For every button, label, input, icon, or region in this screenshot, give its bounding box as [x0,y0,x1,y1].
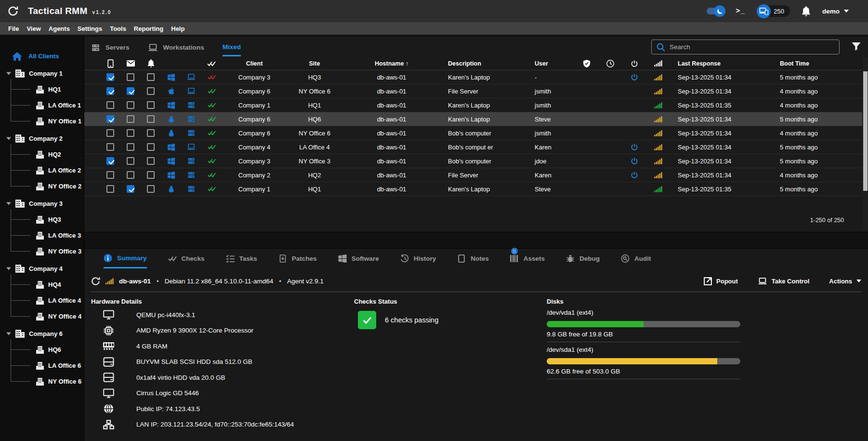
detail-tab-checks[interactable]: Checks [168,249,205,268]
actions-dropdown[interactable]: Actions [829,278,861,285]
agent-count-button[interactable]: 250 [757,4,790,18]
refresh-icon[interactable] [91,277,100,286]
sidebar-site[interactable]: NY Office 2 [0,178,84,194]
detail-tab-notes[interactable]: Notes [457,249,489,268]
notifications-bell-icon[interactable] [802,6,811,16]
scrollbar-thumb[interactable] [863,71,868,191]
row-checkbox[interactable] [127,101,134,109]
row-checkbox[interactable] [106,115,114,123]
power-action-icon[interactable] [631,171,638,179]
tab-mixed[interactable]: Mixed [223,39,241,56]
sidebar-site[interactable]: NY Office 1 [0,113,84,129]
sidebar-site[interactable]: LA Office 3 [0,227,84,243]
agent-row[interactable]: Company 3NY Office 3db-aws-01Bob's compu… [84,154,862,168]
sidebar-site[interactable]: LA Office 2 [0,162,84,178]
row-checkbox[interactable] [147,157,155,165]
row-checkbox[interactable] [147,87,155,95]
row-checkbox[interactable] [127,73,134,81]
sidebar-client[interactable]: Company 3 [0,196,84,212]
caret-down-icon[interactable] [6,267,11,270]
sidebar-site[interactable]: HQ3 [0,212,84,227]
sidebar-client[interactable]: Company 1 [0,66,84,81]
take-control-button[interactable]: Take Control [758,278,810,285]
agent-row[interactable]: Company 1HQ1db-aws-01Karen's Laptopjsmit… [84,98,862,112]
row-checkbox[interactable] [106,129,114,137]
row-checkbox[interactable] [147,185,155,193]
row-checkbox[interactable] [127,157,134,165]
col-hostname[interactable]: Hostname ↑ [342,57,441,70]
row-checkbox[interactable] [106,157,114,165]
agent-row[interactable]: Company 2HQ2db-aws-01File ServerKarenSep… [84,168,862,182]
refresh-icon[interactable] [8,6,18,16]
row-checkbox[interactable] [127,115,134,123]
col-last-response[interactable]: Last Response [670,57,778,70]
menu-agents[interactable]: Agents [45,22,74,35]
caret-down-icon[interactable] [6,332,11,335]
row-checkbox[interactable] [147,129,155,137]
filter-icon[interactable] [852,42,861,51]
row-checkbox[interactable] [106,143,114,151]
power-action-icon[interactable] [631,157,638,165]
sidebar-site[interactable]: NY Office 6 [0,374,84,389]
row-checkbox[interactable] [147,101,155,109]
row-checkbox[interactable] [106,101,114,109]
sidebar-all-clients[interactable]: All Clients [0,48,84,64]
sidebar-site[interactable]: HQ1 [0,81,84,97]
detail-tab-software[interactable]: Software [338,249,379,268]
detail-tab-assets[interactable]: Assets [510,249,545,268]
caret-down-icon[interactable] [6,202,11,205]
row-checkbox[interactable] [127,129,134,137]
col-boot-time[interactable]: Boot Time [778,57,862,70]
power-action-icon[interactable] [631,73,638,81]
row-checkbox[interactable] [147,73,155,81]
menu-tools[interactable]: Tools [106,22,130,35]
menu-view[interactable]: View [23,22,44,35]
row-checkbox[interactable] [147,143,155,151]
agent-row[interactable]: Company 6NY Office 6db-aws-01Bob's compu… [84,126,862,140]
sidebar-site[interactable]: HQ2 [0,147,84,162]
sidebar-site[interactable]: LA Office 4 [0,293,84,308]
col-description[interactable]: Description [441,57,532,70]
detail-tab-debug[interactable]: Debug [566,249,600,268]
detail-tab-history[interactable]: History [400,249,436,268]
col-client[interactable]: Client [222,57,287,70]
menu-reporting[interactable]: Reporting [130,22,167,35]
sidebar-site[interactable]: LA Office 1 [0,97,84,113]
sidebar-site[interactable]: HQ6 [0,342,84,358]
agent-row[interactable]: Company 6HQ6db-aws-01Karen's LaptopSteve… [84,112,862,126]
detail-tab-summary[interactable]: Summary [104,249,147,268]
sidebar-site[interactable]: HQ4 [0,277,84,293]
caret-down-icon[interactable] [6,137,11,140]
tab-workstations[interactable]: Workstations [148,39,204,56]
agent-row[interactable]: Company 1HQ1db-aws-01Karen's LaptopSteve… [84,182,862,196]
popout-button[interactable]: Popout [704,277,738,285]
agent-row[interactable]: Company 4LA Office 4db-aws-01Bob's compu… [84,140,862,154]
agent-row[interactable]: Company 6NY Office 6db-aws-01File Server… [84,84,862,98]
col-user[interactable]: User [532,57,576,70]
dark-mode-toggle[interactable] [707,8,724,14]
row-checkbox[interactable] [127,143,134,151]
sidebar-site[interactable]: NY Office 4 [0,308,84,324]
sidebar-site[interactable]: LA Office 6 [0,358,84,374]
terminal-icon[interactable]: >_ [736,7,745,15]
search-input[interactable] [670,43,834,51]
power-action-icon[interactable] [631,143,638,151]
row-checkbox[interactable] [147,115,155,123]
row-checkbox[interactable] [127,87,134,95]
row-checkbox[interactable] [127,171,134,179]
col-site[interactable]: Site [287,57,342,70]
row-checkbox[interactable] [106,87,114,95]
caret-down-icon[interactable] [6,72,11,75]
user-menu[interactable]: demo [822,8,849,15]
sidebar-client[interactable]: Company 2 [0,131,84,147]
detail-tab-audit[interactable]: Audit [621,249,651,268]
sidebar-client[interactable]: Company 4 [0,261,84,277]
detail-tab-patches[interactable]: Patches [278,249,317,268]
menu-file[interactable]: File [4,22,23,35]
row-checkbox[interactable] [106,171,114,179]
row-checkbox[interactable] [106,185,114,193]
row-checkbox[interactable] [127,185,134,193]
tab-servers[interactable]: Servers [91,39,130,56]
sidebar-client[interactable]: Company 6 [0,326,84,342]
agent-row[interactable]: Company 3HQ3db-aws-01Karen's Laptop-Sep-… [84,70,862,84]
